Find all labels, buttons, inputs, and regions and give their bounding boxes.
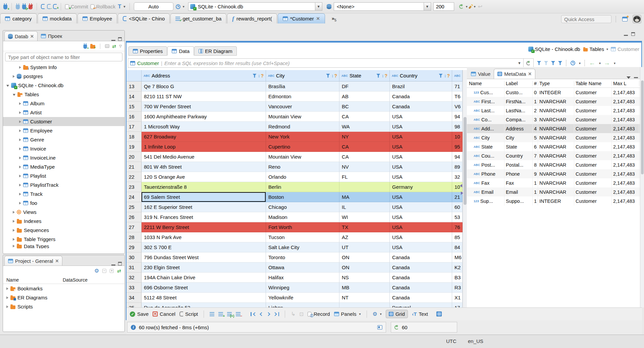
cell-num[interactable]: 16 (126, 112, 142, 122)
tab-er-diagram[interactable]: ER Diagram (194, 46, 237, 56)
cell-num[interactable]: 20 (126, 152, 142, 162)
view-menu-icon[interactable]: ▽ (119, 44, 122, 48)
cell-city[interactable]: Mountain View (266, 112, 339, 122)
new-sql-script-icon[interactable]: + (53, 4, 57, 9)
table-row[interactable]: 13Qe 7 Bloco GBrasíliaDFBrazil71 (126, 81, 463, 92)
cell-country[interactable]: Germany (390, 182, 452, 192)
cell-country[interactable]: Canada (390, 273, 452, 283)
cell-postal[interactable]: 17 (452, 303, 463, 307)
cell-state[interactable]: WA (339, 122, 390, 132)
column-header[interactable]: ABC (452, 70, 463, 81)
editor-tab-rewards-report[interactable]: frewards_report( (227, 13, 277, 23)
cell-num[interactable]: 22 (126, 172, 142, 182)
table-row[interactable]: 272211 W Berry StreetFort WorthTXUSA76 (126, 222, 463, 232)
table-row[interactable]: 30796 Dundas Street WestTorontoONCanadaM… (126, 252, 463, 263)
sync-connection-button[interactable]: ▾ (459, 4, 468, 9)
collapse-all-icon[interactable] (105, 44, 109, 48)
cell-city[interactable]: Orlando (266, 172, 339, 182)
cell-country[interactable]: USA (390, 142, 452, 152)
table-row[interactable]: 20541 Del Medio AvenueMountain ViewCAUSA… (126, 152, 463, 162)
cell-city[interactable]: Ottawa (266, 263, 339, 273)
cell-city[interactable]: Toronto (266, 252, 339, 263)
filter-input[interactable]: Customer | Enter a SQL expression to fil… (128, 58, 524, 68)
expander-icon[interactable] (6, 296, 8, 299)
breadcrumb-table[interactable]: Customer (611, 46, 639, 52)
tree-item-system-info[interactable]: iSystem Info (3, 63, 124, 72)
filter-funnel-icon[interactable] (326, 74, 330, 78)
cell-num[interactable]: 35 (126, 303, 142, 307)
project-item-bookmarks[interactable]: ★Bookmarks (3, 284, 124, 293)
cell-postal[interactable]: T6 (452, 92, 463, 102)
cell-city[interactable]: Berlin (266, 182, 339, 192)
meta-column-header-max-l[interactable]: Max L (612, 81, 639, 86)
cell-country[interactable]: Canada (390, 283, 452, 293)
column-header[interactable] (126, 70, 142, 81)
breadcrumb-database[interactable]: SQLite - Chinook.db (528, 46, 580, 52)
cell-city[interactable]: Salt Lake City (266, 242, 339, 252)
close-icon[interactable]: ✕ (55, 258, 59, 264)
cell-state[interactable] (339, 182, 390, 192)
tree-item-playlist[interactable]: Playlist (3, 171, 124, 180)
view-menu-icon[interactable] (627, 76, 631, 79)
cell-country[interactable]: USA (390, 132, 452, 142)
link-with-editor-icon[interactable]: ⇄ (117, 268, 121, 274)
new-connection-icon[interactable]: + (3, 5, 7, 9)
editor-tab-employee[interactable]: Employee (77, 13, 117, 23)
tab-database-navigator[interactable]: Datab ✕ (4, 31, 38, 41)
metadata-row-state[interactable]: ABCStateState6NVARCHARCustomer2,147,483 (467, 142, 640, 151)
sort-icon[interactable]: ↕ (258, 73, 260, 78)
cell-city[interactable]: Reno (266, 162, 339, 172)
cell-city[interactable]: Halifax (266, 273, 339, 283)
settings-button[interactable]: ⚙▾ (373, 311, 382, 317)
cell-state[interactable]: MA (339, 192, 390, 202)
cell-country[interactable]: Canada (390, 263, 452, 273)
transaction-mode-button[interactable]: T▾ (118, 3, 125, 10)
maximize-icon[interactable] (118, 262, 122, 266)
cell-state[interactable]: DF (339, 81, 390, 92)
cell-state[interactable]: AB (339, 92, 390, 102)
metadata-row-fax[interactable]: ABCFaxFax1NVARCHARCustomer2,147,483 (467, 178, 640, 187)
tree-item-invoice[interactable]: Invoice (3, 144, 124, 153)
filter-funnel-icon[interactable] (376, 74, 380, 78)
tree-item-table-triggers[interactable]: Table Triggers (3, 235, 124, 244)
expander-icon[interactable] (13, 229, 15, 232)
text-mode-button[interactable]: ‹T Text (412, 311, 428, 317)
delete-row-icon[interactable]: − (236, 312, 240, 316)
cell-country[interactable]: USA (390, 242, 452, 252)
tree-item-genre[interactable]: Genre (3, 135, 124, 144)
grid-vertical-scrollbar[interactable] (463, 70, 467, 307)
cell-state[interactable]: IL (339, 202, 390, 212)
cell-num[interactable]: 23 (126, 182, 142, 192)
filter-history-arrow-icon[interactable]: ▼ (518, 61, 521, 65)
auto-refresh-icon[interactable] (571, 61, 575, 65)
sql-editor-icon[interactable] (41, 4, 45, 9)
save-button[interactable]: ✓ Save (130, 311, 149, 317)
refresh-button[interactable] (524, 58, 534, 68)
cell-postal[interactable]: M6 (452, 252, 463, 263)
cell-address[interactable]: Tauentzienstraße 8 (142, 182, 266, 192)
reconnect-icon[interactable]: ⟳ (22, 5, 26, 9)
cell-address[interactable]: 5112 48 Street (142, 293, 266, 303)
cell-country[interactable]: Canada (390, 102, 452, 112)
cell-num[interactable]: 28 (126, 232, 142, 242)
auto-refresh-box[interactable]: 60 (391, 322, 457, 333)
cell-country[interactable]: USA (390, 212, 452, 222)
metadata-row-custo[interactable]: 123Cus...Custo...0INTEGERCustomer2,147,4… (467, 88, 640, 97)
cell-city[interactable]: Yellowknife (266, 293, 339, 303)
schema-combo-arrow[interactable]: ▼ (424, 3, 431, 10)
cell-postal[interactable]: 60 (452, 202, 463, 212)
editor-tab-get-customer-ba[interactable]: ✓get_customer_ba (170, 13, 226, 23)
cell-country[interactable]: USA (390, 122, 452, 132)
connect-icon[interactable] (16, 5, 20, 9)
tab-projects[interactable]: Проек (38, 31, 65, 41)
metadata-row-address[interactable]: ABCAdd...Address4NVARCHARCustomer2,147,4… (467, 124, 640, 133)
cell-num[interactable]: 32 (126, 273, 142, 283)
cell-state[interactable]: AZ (339, 232, 390, 242)
record-mode-button[interactable]: ⓘ Record (308, 311, 330, 317)
close-icon[interactable]: ✕ (316, 16, 320, 21)
breadcrumb-tables[interactable]: Tables▾ (583, 46, 608, 52)
cell-address[interactable]: 1 Infinite Loop (142, 142, 266, 152)
cell-country[interactable]: Portugal (390, 303, 452, 307)
commit-button[interactable]: ▾ Commit (65, 4, 88, 9)
sort-icon[interactable]: ↕ (382, 73, 384, 78)
